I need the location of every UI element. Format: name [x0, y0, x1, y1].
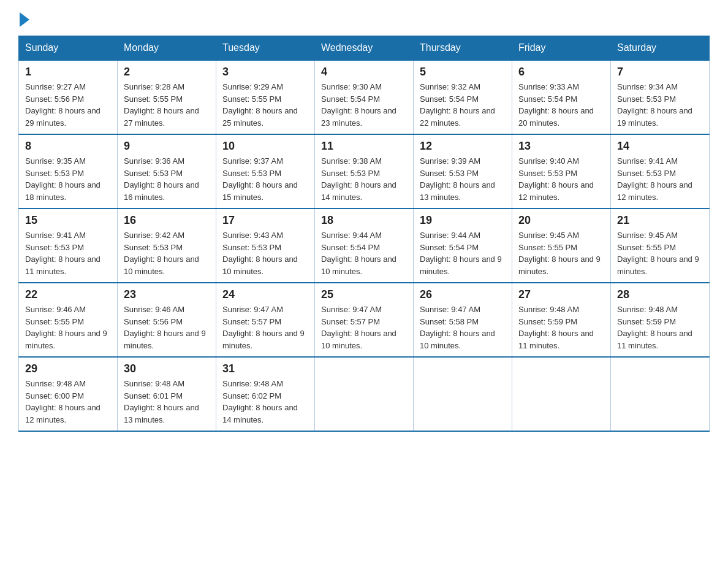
day-number: 1 — [25, 66, 111, 79]
week-row-4: 22 Sunrise: 9:46 AMSunset: 5:55 PMDaylig… — [19, 283, 710, 357]
day-number: 23 — [124, 288, 210, 301]
day-info: Sunrise: 9:42 AMSunset: 5:53 PMDaylight:… — [124, 231, 199, 276]
day-number: 31 — [222, 362, 308, 375]
calendar-cell: 22 Sunrise: 9:46 AMSunset: 5:55 PMDaylig… — [19, 283, 118, 357]
day-number: 13 — [518, 140, 604, 153]
calendar-cell: 21 Sunrise: 9:45 AMSunset: 5:55 PMDaylig… — [611, 209, 710, 283]
day-number: 7 — [617, 66, 703, 79]
day-number: 5 — [420, 66, 506, 79]
day-info: Sunrise: 9:47 AMSunset: 5:57 PMDaylight:… — [222, 305, 305, 350]
calendar-cell: 28 Sunrise: 9:48 AMSunset: 5:59 PMDaylig… — [611, 283, 710, 357]
week-row-1: 1 Sunrise: 9:27 AMSunset: 5:56 PMDayligh… — [19, 60, 710, 134]
day-number: 27 — [518, 288, 604, 301]
day-number: 28 — [617, 288, 703, 301]
day-info: Sunrise: 9:46 AMSunset: 5:56 PMDaylight:… — [124, 305, 206, 350]
calendar-cell: 20 Sunrise: 9:45 AMSunset: 5:55 PMDaylig… — [512, 209, 611, 283]
calendar-cell: 15 Sunrise: 9:41 AMSunset: 5:53 PMDaylig… — [19, 209, 118, 283]
day-info: Sunrise: 9:48 AMSunset: 5:59 PMDaylight:… — [518, 305, 594, 350]
day-number: 29 — [25, 362, 111, 375]
day-number: 8 — [25, 140, 111, 153]
week-row-3: 15 Sunrise: 9:41 AMSunset: 5:53 PMDaylig… — [19, 209, 710, 283]
header-sunday: Sunday — [19, 36, 118, 61]
week-row-2: 8 Sunrise: 9:35 AMSunset: 5:53 PMDayligh… — [19, 134, 710, 209]
day-number: 17 — [222, 214, 308, 227]
calendar-cell: 23 Sunrise: 9:46 AMSunset: 5:56 PMDaylig… — [118, 283, 216, 357]
calendar-cell: 17 Sunrise: 9:43 AMSunset: 5:53 PMDaylig… — [216, 209, 315, 283]
day-number: 9 — [124, 140, 210, 153]
calendar-cell: 10 Sunrise: 9:37 AMSunset: 5:53 PMDaylig… — [216, 134, 315, 209]
day-info: Sunrise: 9:47 AMSunset: 5:58 PMDaylight:… — [420, 305, 495, 350]
calendar-cell: 16 Sunrise: 9:42 AMSunset: 5:53 PMDaylig… — [118, 209, 216, 283]
day-info: Sunrise: 9:33 AMSunset: 5:54 PMDaylight:… — [518, 82, 594, 128]
day-info: Sunrise: 9:48 AMSunset: 6:02 PMDaylight:… — [222, 379, 298, 424]
day-info: Sunrise: 9:37 AMSunset: 5:53 PMDaylight:… — [222, 156, 298, 202]
day-number: 24 — [222, 288, 308, 301]
calendar-cell — [414, 357, 512, 431]
day-info: Sunrise: 9:35 AMSunset: 5:53 PMDaylight:… — [25, 156, 100, 202]
day-info: Sunrise: 9:41 AMSunset: 5:53 PMDaylight:… — [617, 156, 692, 202]
calendar-cell: 2 Sunrise: 9:28 AMSunset: 5:55 PMDayligh… — [118, 60, 216, 134]
day-number: 11 — [321, 140, 407, 153]
calendar-cell: 19 Sunrise: 9:44 AMSunset: 5:54 PMDaylig… — [414, 209, 512, 283]
day-number: 12 — [420, 140, 506, 153]
day-info: Sunrise: 9:45 AMSunset: 5:55 PMDaylight:… — [518, 231, 601, 276]
day-info: Sunrise: 9:30 AMSunset: 5:54 PMDaylight:… — [321, 82, 396, 128]
day-number: 18 — [321, 214, 407, 227]
calendar-cell: 4 Sunrise: 9:30 AMSunset: 5:54 PMDayligh… — [315, 60, 414, 134]
calendar-cell: 12 Sunrise: 9:39 AMSunset: 5:53 PMDaylig… — [414, 134, 512, 209]
day-number: 16 — [124, 214, 210, 227]
calendar-cell: 24 Sunrise: 9:47 AMSunset: 5:57 PMDaylig… — [216, 283, 315, 357]
header-monday: Monday — [118, 36, 216, 61]
day-number: 26 — [420, 288, 506, 301]
day-number: 21 — [617, 214, 703, 227]
day-info: Sunrise: 9:32 AMSunset: 5:54 PMDaylight:… — [420, 82, 495, 128]
calendar-cell: 30 Sunrise: 9:48 AMSunset: 6:01 PMDaylig… — [118, 357, 216, 431]
calendar-cell: 13 Sunrise: 9:40 AMSunset: 5:53 PMDaylig… — [512, 134, 611, 209]
day-info: Sunrise: 9:45 AMSunset: 5:55 PMDaylight:… — [617, 231, 699, 276]
day-number: 6 — [518, 66, 604, 79]
day-number: 15 — [25, 214, 111, 227]
day-info: Sunrise: 9:48 AMSunset: 6:00 PMDaylight:… — [25, 379, 100, 424]
day-info: Sunrise: 9:43 AMSunset: 5:53 PMDaylight:… — [222, 231, 298, 276]
day-number: 10 — [222, 140, 308, 153]
calendar-cell — [315, 357, 414, 431]
calendar-cell: 31 Sunrise: 9:48 AMSunset: 6:02 PMDaylig… — [216, 357, 315, 431]
calendar-header-row: SundayMondayTuesdayWednesdayThursdayFrid… — [19, 36, 710, 61]
day-info: Sunrise: 9:48 AMSunset: 6:01 PMDaylight:… — [124, 379, 199, 424]
day-info: Sunrise: 9:28 AMSunset: 5:55 PMDaylight:… — [124, 82, 199, 128]
calendar-cell: 27 Sunrise: 9:48 AMSunset: 5:59 PMDaylig… — [512, 283, 611, 357]
header-wednesday: Wednesday — [315, 36, 414, 61]
day-info: Sunrise: 9:27 AMSunset: 5:56 PMDaylight:… — [25, 82, 100, 128]
calendar-cell: 6 Sunrise: 9:33 AMSunset: 5:54 PMDayligh… — [512, 60, 611, 134]
day-number: 20 — [518, 214, 604, 227]
calendar-cell — [611, 357, 710, 431]
day-number: 4 — [321, 66, 407, 79]
day-number: 25 — [321, 288, 407, 301]
day-info: Sunrise: 9:44 AMSunset: 5:54 PMDaylight:… — [420, 231, 502, 276]
header-tuesday: Tuesday — [216, 36, 315, 61]
calendar-cell: 18 Sunrise: 9:44 AMSunset: 5:54 PMDaylig… — [315, 209, 414, 283]
header-saturday: Saturday — [611, 36, 710, 61]
day-number: 2 — [124, 66, 210, 79]
header-friday: Friday — [512, 36, 611, 61]
calendar-cell: 9 Sunrise: 9:36 AMSunset: 5:53 PMDayligh… — [118, 134, 216, 209]
calendar-cell — [512, 357, 611, 431]
day-info: Sunrise: 9:36 AMSunset: 5:53 PMDaylight:… — [124, 156, 199, 202]
calendar-cell: 7 Sunrise: 9:34 AMSunset: 5:53 PMDayligh… — [611, 60, 710, 134]
day-info: Sunrise: 9:38 AMSunset: 5:53 PMDaylight:… — [321, 156, 396, 202]
logo-triangle-icon — [20, 12, 29, 27]
logo — [18, 12, 31, 23]
calendar-cell: 5 Sunrise: 9:32 AMSunset: 5:54 PMDayligh… — [414, 60, 512, 134]
week-row-5: 29 Sunrise: 9:48 AMSunset: 6:00 PMDaylig… — [19, 357, 710, 431]
page-header — [18, 12, 710, 23]
day-info: Sunrise: 9:40 AMSunset: 5:53 PMDaylight:… — [518, 156, 594, 202]
calendar-cell: 25 Sunrise: 9:47 AMSunset: 5:57 PMDaylig… — [315, 283, 414, 357]
day-info: Sunrise: 9:47 AMSunset: 5:57 PMDaylight:… — [321, 305, 396, 350]
day-number: 22 — [25, 288, 111, 301]
calendar-cell: 29 Sunrise: 9:48 AMSunset: 6:00 PMDaylig… — [19, 357, 118, 431]
calendar-cell: 3 Sunrise: 9:29 AMSunset: 5:55 PMDayligh… — [216, 60, 315, 134]
day-info: Sunrise: 9:39 AMSunset: 5:53 PMDaylight:… — [420, 156, 495, 202]
day-info: Sunrise: 9:29 AMSunset: 5:55 PMDaylight:… — [222, 82, 298, 128]
day-info: Sunrise: 9:46 AMSunset: 5:55 PMDaylight:… — [25, 305, 107, 350]
calendar-cell: 26 Sunrise: 9:47 AMSunset: 5:58 PMDaylig… — [414, 283, 512, 357]
